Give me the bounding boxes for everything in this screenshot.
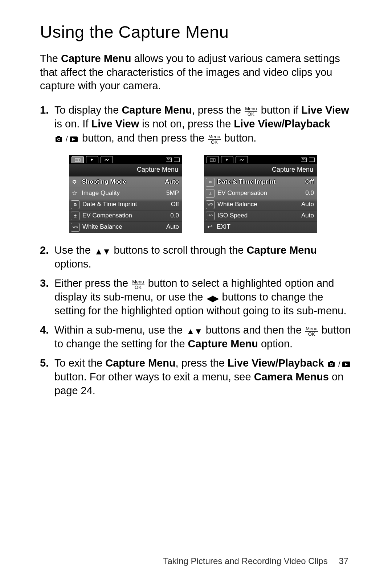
menu-row: ☆Image Quality5MP xyxy=(69,188,182,199)
text: To display the xyxy=(54,104,122,116)
row-icon: WB xyxy=(71,223,79,232)
menu-ok-icon: MenuOK xyxy=(245,107,257,116)
menu-ok-icon: MenuOK xyxy=(305,327,318,336)
menu-row: ±EV Compensation0.0 xyxy=(204,188,317,199)
capture-menu-screenshot-1: SD Capture Menu ⭘Shooting ModeAuto ☆Imag… xyxy=(69,155,182,233)
row-label: Shooting Mode xyxy=(82,178,162,186)
ok-label: OK xyxy=(132,285,144,290)
sd-icon: SD xyxy=(301,158,307,162)
svg-point-16 xyxy=(330,363,332,365)
svg-point-11 xyxy=(212,159,214,161)
camera-tab-icon xyxy=(72,156,84,163)
page-footer: Taking Pictures and Recording Video Clip… xyxy=(163,556,348,566)
row-icon: WB xyxy=(206,200,215,209)
battery-icon xyxy=(309,158,315,162)
menu-row: ⧉Date & Time ImprintOff xyxy=(204,176,317,188)
up-down-arrows-icon: ▲▼ xyxy=(186,326,202,337)
text: buttons and then the xyxy=(203,324,305,336)
text: options. xyxy=(54,258,91,270)
row-label: White Balance xyxy=(217,200,298,208)
text: Capture Menu xyxy=(105,357,175,369)
screen-title: Capture Menu xyxy=(204,164,317,176)
ok-label: OK xyxy=(245,112,257,117)
intro-paragraph: The Capture Menu allows you to adjust va… xyxy=(40,52,356,93)
chapter-title: Taking Pictures and Recording Video Clip… xyxy=(163,556,327,566)
left-right-arrows-icon: ◀▶ xyxy=(207,293,218,304)
row-icon: ISO xyxy=(206,212,215,220)
text: Use the xyxy=(54,244,94,256)
row-label: EXIT xyxy=(217,223,311,231)
row-icon: ± xyxy=(206,189,215,198)
menu-label: Menu xyxy=(132,280,144,285)
text: Live View xyxy=(301,104,349,116)
intro-bold: Capture Menu xyxy=(61,53,131,64)
svg-rect-1 xyxy=(57,136,60,138)
row-label: White Balance xyxy=(82,223,163,231)
screen-tabs: SD xyxy=(69,155,182,164)
text: buttons to scroll through the xyxy=(111,244,247,256)
menu-row: ⧉Date & Time ImprintOff xyxy=(69,199,182,210)
playback-tab-icon xyxy=(221,156,233,163)
text: Capture Menu xyxy=(247,244,317,256)
text: button. xyxy=(221,132,257,144)
text: Either press the xyxy=(54,277,131,289)
row-icon: ± xyxy=(71,212,79,220)
text: Capture Menu xyxy=(188,338,258,350)
intro-pre: The xyxy=(40,53,61,64)
svg-point-3 xyxy=(58,138,60,140)
battery-icon xyxy=(174,158,180,162)
row-value: Auto xyxy=(166,223,179,231)
text: is on. If xyxy=(54,118,91,130)
step-2: Use the ▲▼ buttons to scroll through the… xyxy=(54,243,356,271)
step-4: Within a sub-menu, use the ▲▼ buttons an… xyxy=(54,323,356,351)
page-heading: Using the Capture Menu xyxy=(40,22,356,42)
menu-row: WBWhite BalanceAuto xyxy=(69,221,182,233)
text: To exit the xyxy=(54,357,105,369)
text: option. xyxy=(258,338,293,350)
ok-label: OK xyxy=(305,332,318,336)
step-1: To display the Capture Menu, press the M… xyxy=(54,103,356,233)
text: , press the xyxy=(176,357,228,369)
camera-tab-icon xyxy=(207,156,219,163)
svg-text:/: / xyxy=(338,360,340,368)
menu-label: Menu xyxy=(245,107,257,112)
text: is not on, press the xyxy=(139,118,234,130)
row-value: Off xyxy=(171,200,179,208)
row-icon: ↩ xyxy=(206,223,214,231)
camera-playback-icon: / xyxy=(55,135,78,143)
menu-row: WBWhite BalanceAuto xyxy=(204,199,317,210)
text: Camera Menus xyxy=(254,371,329,383)
screen-title: Capture Menu xyxy=(69,164,182,176)
row-label: ISO Speed xyxy=(217,212,298,220)
row-value: Auto xyxy=(301,200,314,208)
text: button, and then press the xyxy=(79,132,207,144)
row-label: Date & Time Imprint xyxy=(82,200,168,208)
svg-marker-9 xyxy=(91,159,93,161)
sd-icon: SD xyxy=(166,158,172,162)
step-5: To exit the Capture Menu, press the Live… xyxy=(54,356,356,398)
row-value: 5MP xyxy=(166,189,179,197)
svg-text:/: / xyxy=(66,135,68,143)
row-value: 0.0 xyxy=(170,212,179,220)
step-3: Either press the MenuOK button to select… xyxy=(54,276,356,318)
svg-point-8 xyxy=(77,159,79,161)
camera-playback-icon: / xyxy=(328,360,351,368)
menu-label: Menu xyxy=(305,327,318,332)
capture-menu-screenshot-2: SD Capture Menu ⧉Date & Time ImprintOff … xyxy=(204,155,317,233)
text: , press the xyxy=(192,104,244,116)
text: button if xyxy=(258,104,301,116)
svg-rect-14 xyxy=(330,361,333,363)
row-label: Date & Time Imprint xyxy=(217,178,302,186)
menu-label: Menu xyxy=(208,135,221,140)
playback-tab-icon xyxy=(86,156,98,163)
menu-ok-icon: MenuOK xyxy=(132,280,144,289)
row-icon: ⧉ xyxy=(71,200,79,209)
menu-row: ISOISO SpeedAuto xyxy=(204,210,317,221)
row-icon: ⭘ xyxy=(71,178,79,186)
setup-tab-icon xyxy=(101,156,113,163)
svg-marker-12 xyxy=(226,159,228,161)
menu-list: ⧉Date & Time ImprintOff ±EV Compensation… xyxy=(204,176,317,233)
text: Capture Menu xyxy=(122,104,192,116)
menu-row: ⭘Shooting ModeAuto xyxy=(69,176,182,188)
text: Live View xyxy=(91,118,139,130)
